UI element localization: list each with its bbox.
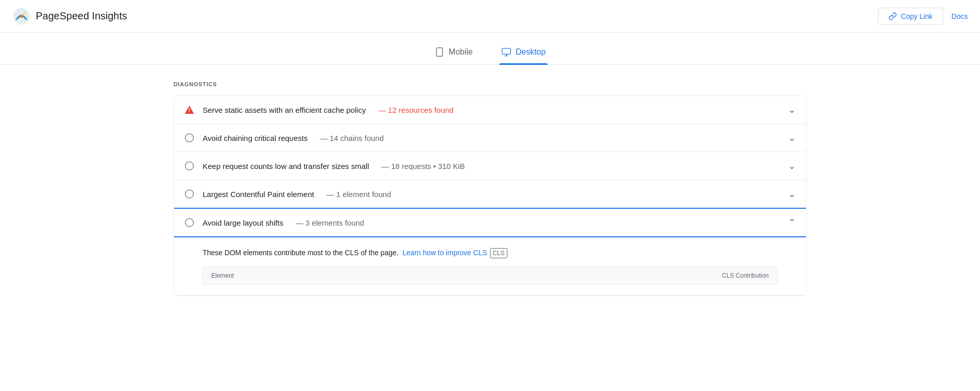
neutral-icon (184, 133, 194, 143)
diagnostic-item-layout-shifts[interactable]: Avoid large layout shifts — 3 elements f… (174, 209, 806, 237)
diagnostic-item-request-counts[interactable]: Keep request counts low and transfer siz… (174, 152, 806, 180)
neutral-icon (184, 161, 194, 171)
tab-mobile-label: Mobile (449, 47, 473, 57)
diagnostic-left: Keep request counts low and transfer siz… (184, 161, 780, 171)
chevron-down-icon: ⌄ (788, 188, 796, 200)
desktop-icon (501, 47, 511, 57)
diagnostic-left: Avoid large layout shifts — 3 elements f… (184, 217, 780, 228)
logo-icon (12, 7, 31, 26)
diagnostic-item-lcp-element[interactable]: Largest Contentful Paint element — 1 ele… (174, 180, 806, 209)
request-counts-title: Keep request counts low and transfer siz… (203, 162, 369, 170)
critical-requests-title: Avoid chaining critical requests (203, 134, 308, 142)
diagnostics-list: ! Serve static assets with an efficient … (174, 95, 806, 296)
diagnostics-section-title: DIAGNOSTICS (174, 81, 806, 87)
copy-link-button[interactable]: Copy Link (878, 8, 943, 25)
copy-link-label: Copy Link (901, 12, 933, 20)
table-col-cls: CLS Contribution (722, 272, 769, 279)
diagnostic-item-critical-requests[interactable]: Avoid chaining critical requests — 14 ch… (174, 124, 806, 152)
expanded-layout-shifts-content: These DOM elements contribute most to th… (174, 237, 806, 296)
logo-text: PageSpeed Insights (36, 10, 127, 22)
neutral-icon (184, 217, 194, 228)
lcp-element-meta: — 1 element found (326, 190, 391, 199)
docs-link[interactable]: Docs (951, 12, 968, 20)
cache-policy-title: Serve static assets with an efficient ca… (203, 106, 366, 114)
link-icon (889, 12, 897, 20)
tab-mobile[interactable]: Mobile (432, 41, 475, 64)
layout-shifts-title: Avoid large layout shifts (203, 218, 283, 227)
svg-rect-2 (436, 48, 443, 57)
critical-requests-meta: — 14 chains found (320, 134, 384, 142)
chevron-down-icon: ⌄ (788, 160, 796, 172)
request-counts-meta: — 18 requests • 310 KiB (381, 162, 465, 170)
tab-desktop[interactable]: Desktop (499, 41, 548, 64)
svg-rect-4 (502, 48, 511, 55)
mobile-icon (434, 47, 445, 57)
neutral-icon (184, 189, 194, 199)
logo: PageSpeed Insights (12, 7, 127, 26)
description-text: These DOM elements contribute most to th… (203, 249, 399, 257)
diagnostic-left: Avoid chaining critical requests — 14 ch… (184, 133, 780, 143)
table-col-element: Element (211, 272, 234, 279)
chevron-down-icon: ⌄ (788, 104, 796, 115)
chevron-up-icon: ⌃ (788, 217, 796, 228)
tab-desktop-label: Desktop (516, 47, 546, 57)
header-actions: Copy Link Docs (878, 8, 968, 25)
warning-icon: ! (184, 105, 194, 115)
main-content: DIAGNOSTICS ! Serve static assets with a… (133, 65, 847, 312)
cache-policy-meta: — 12 resources found (378, 106, 454, 114)
diagnostic-item-cache-policy[interactable]: ! Serve static assets with an efficient … (174, 96, 806, 124)
diagnostic-left: ! Serve static assets with an efficient … (184, 105, 780, 115)
layout-shifts-meta: — 3 elements found (296, 218, 364, 227)
chevron-down-icon: ⌄ (788, 132, 796, 143)
header: PageSpeed Insights Copy Link Docs (0, 0, 980, 33)
table-header: Element CLS Contribution (203, 266, 777, 285)
tabs-container: Mobile Desktop (0, 33, 980, 65)
cls-badge: CLS (490, 248, 507, 258)
learn-cls-link[interactable]: Learn how to improve CLS (403, 249, 487, 257)
expanded-description: These DOM elements contribute most to th… (203, 248, 777, 258)
lcp-element-title: Largest Contentful Paint element (203, 190, 314, 199)
diagnostic-left: Largest Contentful Paint element — 1 ele… (184, 189, 780, 199)
svg-text:!: ! (188, 108, 190, 113)
